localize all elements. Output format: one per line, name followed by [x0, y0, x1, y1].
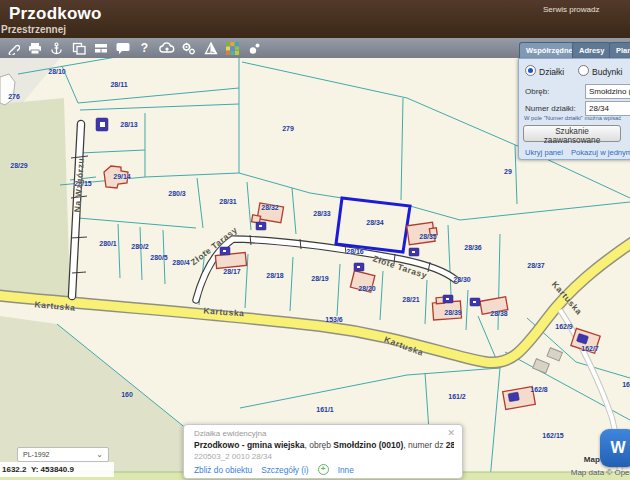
chat-icon[interactable] [113, 40, 132, 56]
map-data-attribution: Map data © Open [571, 468, 630, 477]
popup-title-line: Przodkowo - gmina wiejska, obręb Smołdzi… [194, 440, 454, 450]
map-widget-button[interactable]: W [600, 429, 630, 467]
popup-type: Działka ewidencyjna [194, 429, 266, 438]
close-icon[interactable]: ✕ [447, 428, 455, 438]
popup-id-code: 220503_2 0010 28/34 [194, 452, 272, 461]
popup-parcel-number: 28/34 [446, 440, 454, 450]
app-title: Przodkowo [9, 4, 101, 24]
single-window-link[interactable]: Pokazuj w jednym ok [571, 148, 630, 157]
coord-x: 1632.2 [2, 465, 26, 474]
radio-budynki[interactable]: Budynki [578, 65, 622, 77]
crs-value: PL-1992 [23, 451, 49, 458]
link-icon[interactable] [3, 40, 22, 56]
radio-budynki-dot[interactable] [578, 65, 589, 76]
help-icon[interactable]: ? [135, 40, 154, 56]
zoom-to-object-link[interactable]: Zbliż do obiektu [194, 465, 252, 475]
numer-value: 28/34 [589, 104, 609, 113]
tab-wspolrzedne[interactable]: Współrzędne [519, 42, 580, 59]
popup-obreb-pre: , obręb [305, 440, 334, 450]
numer-label: Numer działki: [525, 104, 576, 113]
popup-obreb: Smołdzino (0010) [333, 440, 403, 450]
panels-icon[interactable] [91, 40, 110, 56]
radio-budynki-label: Budynki [592, 67, 622, 77]
popup-numer-pre: , numer dz [403, 440, 446, 450]
obreb-label: Obręb: [525, 87, 549, 96]
print-icon[interactable] [25, 40, 44, 56]
hide-panel-link[interactable]: Ukryj panel [525, 148, 563, 157]
tab-adresy[interactable]: Adresy [572, 42, 611, 59]
app-subtitle: Przestrzennej [1, 24, 66, 35]
radio-dzialki[interactable]: Działki [525, 65, 564, 77]
app-header: Przodkowo Przestrzennej Serwis prowadz [0, 0, 630, 38]
service-note: Serwis prowadz [543, 5, 630, 14]
location-pin-icon[interactable] [245, 40, 264, 56]
popup-municipality: Przodkowo - gmina wiejska [194, 440, 305, 450]
other-link[interactable]: Inne [338, 465, 354, 475]
coordinates-readout: 1632.2 Y: 453840.9 [0, 462, 114, 477]
numer-hint: W pole "Numer działki" można wpisać [524, 115, 630, 121]
radio-dzialki-dot[interactable] [525, 65, 536, 76]
anchor-icon[interactable] [47, 40, 66, 56]
details-link[interactable]: Szczegóły (i) [261, 465, 309, 475]
chevron-down-icon: ⌄ [96, 448, 103, 461]
obreb-select[interactable]: Smołdzino (0010)▾ [585, 84, 630, 99]
search-panel: Działki Budynki Obręb: Smołdzino (0010)▾… [518, 58, 630, 160]
gis-app: { "header": { "title": "Przodkowo", "sub… [0, 0, 630, 480]
feature-popup: Działka ewidencyjna ✕ Przodkowo - gmina … [183, 424, 463, 479]
crs-selector[interactable]: PL-1992⌄ [17, 447, 109, 462]
settings-gears-icon[interactable] [179, 40, 198, 56]
copy-icon[interactable] [69, 40, 88, 56]
legend-grid-icon[interactable] [223, 40, 242, 56]
coord-y: Y: 453840.9 [31, 465, 74, 474]
cloud-upload-icon[interactable] [157, 40, 176, 56]
advanced-search-button[interactable]: Szukanie zaawansowane [523, 125, 621, 142]
forest-area [0, 98, 70, 302]
obreb-value: Smołdzino (0010) [589, 87, 630, 96]
tab-plany[interactable]: Plany [609, 42, 630, 59]
radio-dzialki-label: Działki [539, 67, 564, 77]
prism-icon[interactable] [201, 40, 220, 56]
numer-input[interactable]: 28/34 [585, 101, 630, 116]
plus-icon[interactable]: + [318, 464, 329, 475]
